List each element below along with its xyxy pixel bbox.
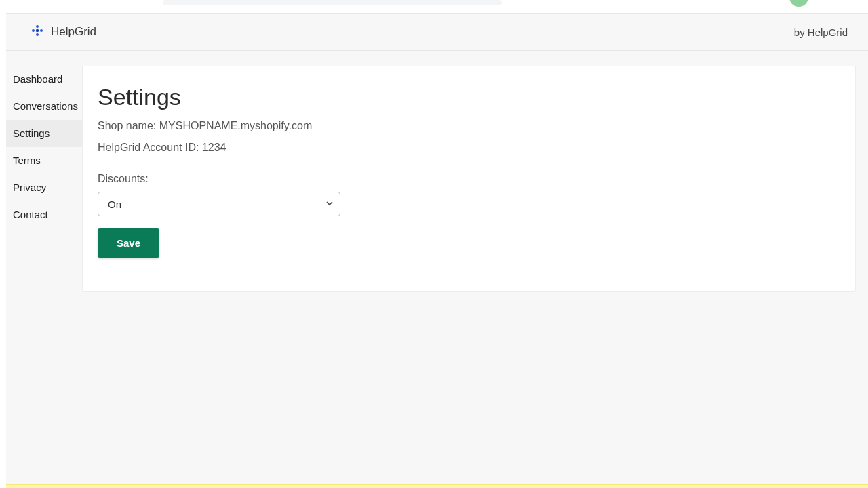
page-title: Settings bbox=[98, 84, 840, 110]
brand-icon bbox=[31, 24, 44, 40]
sidebar: Dashboard Conversations Settings Terms P… bbox=[6, 51, 82, 484]
sidebar-item-conversations[interactable]: Conversations bbox=[6, 93, 82, 120]
byline: by HelpGrid bbox=[794, 26, 848, 38]
save-button[interactable]: Save bbox=[98, 228, 159, 258]
sidebar-item-dashboard[interactable]: Dashboard bbox=[6, 66, 82, 93]
settings-card: Settings Shop name: MYSHOPNAME.myshopify… bbox=[82, 66, 856, 292]
app-bar: HelpGrid by HelpGrid bbox=[6, 13, 868, 51]
brand-name: HelpGrid bbox=[51, 25, 96, 39]
svg-point-4 bbox=[36, 29, 39, 32]
account-id-line: HelpGrid Account ID: 1234 bbox=[98, 142, 840, 154]
discounts-select[interactable]: On bbox=[98, 192, 340, 216]
sidebar-item-terms[interactable]: Terms bbox=[6, 147, 82, 174]
avatar[interactable] bbox=[789, 0, 808, 7]
svg-point-0 bbox=[36, 25, 39, 28]
top-strip bbox=[0, 0, 868, 13]
sidebar-item-contact[interactable]: Contact bbox=[6, 201, 82, 228]
bottom-bar bbox=[6, 484, 868, 488]
search-input[interactable] bbox=[163, 0, 502, 5]
shop-name-line: Shop name: MYSHOPNAME.myshopify.com bbox=[98, 120, 840, 132]
sidebar-item-privacy[interactable]: Privacy bbox=[6, 174, 82, 201]
brand[interactable]: HelpGrid bbox=[31, 24, 96, 40]
svg-point-1 bbox=[36, 33, 39, 36]
sidebar-item-settings[interactable]: Settings bbox=[6, 120, 82, 147]
svg-point-3 bbox=[40, 29, 43, 32]
discounts-label: Discounts: bbox=[98, 173, 840, 185]
svg-point-2 bbox=[32, 29, 35, 32]
